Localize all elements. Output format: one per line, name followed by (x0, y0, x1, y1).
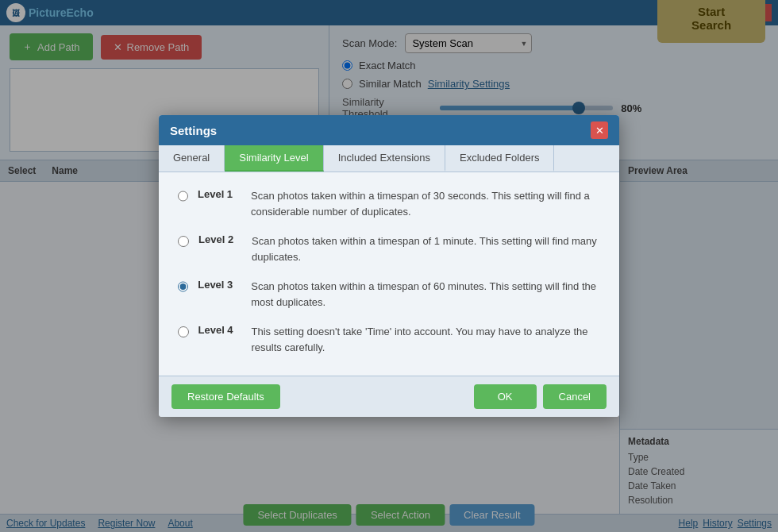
level2-name: Level 2 (198, 233, 242, 245)
tab-excluded-folders[interactable]: Excluded Folders (445, 145, 554, 172)
level3-option: Level 3 Scan photos taken within a times… (178, 279, 600, 310)
level4-name: Level 4 (198, 324, 242, 336)
dialog-footer: Restore Defaults OK Cancel (159, 376, 619, 417)
level4-option: Level 4 This setting doesn't take 'Time'… (178, 324, 600, 355)
level3-name: Level 3 (198, 279, 241, 291)
dialog-footer-right: OK Cancel (474, 384, 607, 409)
dialog-title-bar: Settings ✕ (159, 115, 619, 145)
tab-similarity-level[interactable]: Similarity Level (225, 145, 323, 172)
dialog-close-button[interactable]: ✕ (591, 121, 608, 139)
settings-dialog: Settings ✕ General Similarity Level Incl… (159, 115, 619, 417)
dialog-content: Level 1 Scan photos taken within a times… (159, 172, 619, 376)
level2-desc: Scan photos taken within a timespan of 1… (252, 233, 600, 264)
level4-desc: This setting doesn't take 'Time' into ac… (252, 324, 600, 355)
level3-radio[interactable] (178, 280, 188, 293)
level1-radio[interactable] (178, 190, 188, 202)
dialog-title: Settings (170, 124, 217, 137)
restore-defaults-button[interactable]: Restore Defaults (171, 384, 280, 409)
main-window: 🖼 PictureEcho — □ ✕ ＋ Add Path ✕ Remove … (0, 0, 778, 532)
cancel-button[interactable]: Cancel (543, 384, 607, 409)
ok-button[interactable]: OK (474, 384, 537, 409)
dialog-tabs: General Similarity Level Included Extens… (159, 145, 619, 172)
level2-radio[interactable] (178, 235, 189, 248)
level2-option: Level 2 Scan photos taken within a times… (178, 233, 600, 264)
tab-included-extensions[interactable]: Included Extensions (324, 145, 445, 172)
level4-radio[interactable] (178, 326, 189, 338)
modal-overlay: Settings ✕ General Similarity Level Incl… (0, 0, 778, 532)
level1-name: Level 1 (198, 188, 241, 200)
tab-general[interactable]: General (159, 145, 225, 172)
level3-desc: Scan photos taken within a timespan of 6… (251, 279, 600, 310)
level1-desc: Scan photos taken within a timespan of 3… (251, 188, 600, 219)
level1-option: Level 1 Scan photos taken within a times… (178, 188, 600, 219)
